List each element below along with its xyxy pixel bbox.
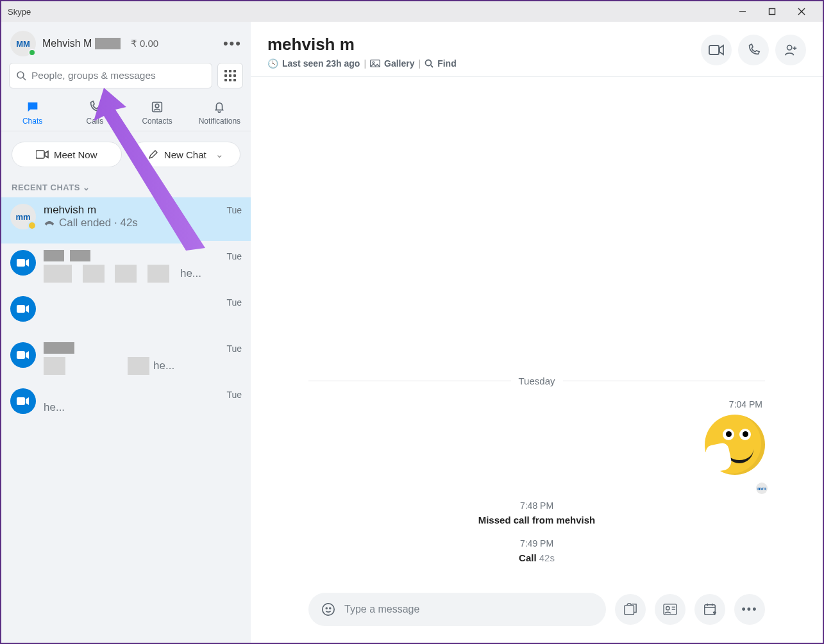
dialpad-button[interactable] [217,63,243,88]
maximize-button[interactable] [757,1,787,22]
avatar [10,388,36,414]
pencil-icon [147,149,159,160]
svg-rect-12 [17,397,25,405]
avatar: mm [10,204,36,229]
chat-preview: he... [44,265,219,283]
minimize-button[interactable] [728,1,757,22]
video-call-button[interactable] [701,35,732,65]
search-input-wrap[interactable] [9,63,212,88]
search-icon [425,59,433,68]
chat-item[interactable]: he... Tue [1,244,251,290]
me-row[interactable]: MM Mehvish M ₹ 0.00 ••• [1,22,251,63]
message-time: 7:04 PM [308,399,762,409]
svg-rect-23 [625,606,634,615]
system-message-call: 7:49 PM Call 42s [308,538,765,563]
gallery-icon [370,60,380,67]
chat-preview: Call ended · 42s [44,217,219,229]
chat-title [44,296,219,309]
tab-chats[interactable]: Chats [7,100,58,126]
schedule-call-button[interactable] [694,594,725,625]
composer: ••• [251,582,823,643]
search-input[interactable] [31,70,205,81]
svg-rect-10 [17,305,25,313]
find-button[interactable]: Find [437,58,457,69]
audio-call-button[interactable] [738,35,769,65]
chevron-down-icon: ⌄ [83,183,90,192]
recent-chats-heading[interactable]: RECENT CHATS ⌄ [1,178,251,197]
more-button[interactable]: ••• [734,594,765,625]
svg-point-15 [373,62,374,63]
window-title: Skype [8,7,31,17]
redacted-block [95,38,121,49]
avatar [10,250,36,276]
chat-item-mehvish[interactable]: mm mehvish m Call ended · 42s Tue [1,197,251,244]
me-avatar[interactable]: MM [10,31,36,56]
message-list[interactable]: Tuesday 7:04 PM mm 7:48 PM Missed call f… [251,77,823,582]
contact-card-button[interactable] [655,594,685,625]
avatar [10,342,36,368]
last-seen-label: Last seen 23h ago [282,58,360,69]
new-chat-button[interactable]: New Chat ⌄ [131,142,241,167]
clock-icon: 🕓 [267,58,278,69]
svg-rect-8 [36,151,44,158]
chat-title: mehvish m [267,35,694,54]
day-separator: Tuesday [308,376,765,386]
tab-notifications[interactable]: Notifications [194,100,245,126]
gallery-button[interactable]: Gallery [384,58,414,69]
emoji-icon[interactable] [321,602,335,616]
attach-file-button[interactable] [615,594,646,625]
svg-rect-1 [769,9,775,15]
close-button[interactable] [787,1,816,22]
tab-contacts[interactable]: Contacts [131,100,183,126]
sidebar: MM Mehvish M ₹ 0.00 ••• Chats Calls [1,22,251,643]
more-icon[interactable]: ••• [223,35,242,52]
balance-label[interactable]: ₹ 0.00 [131,38,158,49]
conversation-panel: mehvish m 🕓 Last seen 23h ago | Gallery … [251,22,823,643]
chat-time: Tue [226,204,242,215]
titlebar: Skype [1,1,823,22]
svg-point-25 [666,607,669,610]
presence-online-icon [28,49,36,56]
svg-rect-11 [17,351,25,359]
chat-item[interactable]: he... Tue [1,382,251,428]
tab-calls[interactable]: Calls [69,100,121,126]
system-message-missed-call: 7:48 PM Missed call from mehvish [308,500,765,525]
chat-time: Tue [226,342,242,354]
svg-point-4 [17,72,24,78]
chat-time: Tue [226,250,242,261]
chat-item[interactable]: Tue [1,290,251,336]
search-icon [16,70,26,81]
chat-title [44,342,219,357]
avatar [10,296,36,322]
svg-point-20 [323,604,334,615]
phone-down-icon [44,219,55,227]
svg-line-17 [431,65,433,67]
add-people-button[interactable] [775,35,806,65]
chat-title: mehvish m [44,204,219,217]
message-input[interactable] [344,604,593,615]
chevron-down-icon: ⌄ [215,149,224,160]
read-receipt-avatar: mm [756,483,768,494]
svg-rect-18 [709,45,719,54]
svg-point-16 [426,60,432,66]
video-icon [36,149,49,160]
chat-icon [26,100,40,114]
nav-tabs: Chats Calls Contacts Notifications [1,100,251,131]
chat-item[interactable]: he... Tue [1,336,251,382]
chat-time: Tue [226,296,242,308]
chat-title [44,250,219,265]
svg-point-19 [787,45,792,50]
chat-time: Tue [226,388,242,400]
svg-line-5 [23,78,26,80]
phone-icon [88,100,102,114]
svg-rect-9 [17,259,25,267]
dialpad-icon [224,70,236,81]
chat-preview [44,309,219,322]
message-emoji: mm [308,415,765,475]
chat-preview: he... [44,401,219,414]
meet-now-button[interactable]: Meet Now [12,142,122,167]
contacts-icon [150,100,164,114]
presence-away-icon [28,221,37,230]
chat-preview: he... [44,357,219,375]
message-input-wrap[interactable] [308,593,606,626]
